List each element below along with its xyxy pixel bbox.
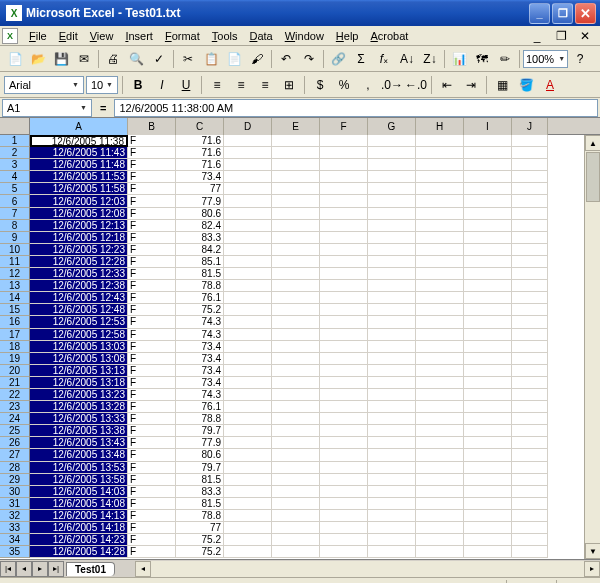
cell[interactable] <box>368 208 416 220</box>
cell[interactable] <box>272 510 320 522</box>
tab-prev-button[interactable]: ◂ <box>16 561 32 577</box>
row-header[interactable]: 14 <box>0 292 30 304</box>
cell[interactable] <box>416 159 464 171</box>
cell[interactable] <box>320 316 368 328</box>
cell[interactable] <box>368 183 416 195</box>
cell[interactable]: F <box>128 425 176 437</box>
cell[interactable] <box>224 292 272 304</box>
cell[interactable] <box>512 208 548 220</box>
merge-button[interactable]: ⊞ <box>278 74 300 96</box>
cell[interactable] <box>512 159 548 171</box>
cell[interactable] <box>320 425 368 437</box>
row-header[interactable]: 16 <box>0 316 30 328</box>
cell[interactable] <box>224 183 272 195</box>
cell[interactable] <box>416 135 464 147</box>
zoom-combo[interactable]: 100%▼ <box>523 50 568 68</box>
cell[interactable]: 81.5 <box>176 268 224 280</box>
cell[interactable] <box>368 232 416 244</box>
cell[interactable] <box>464 244 512 256</box>
cell[interactable]: F <box>128 171 176 183</box>
row-header[interactable]: 15 <box>0 304 30 316</box>
cell[interactable]: 75.2 <box>176 546 224 558</box>
cell[interactable] <box>224 329 272 341</box>
cell[interactable] <box>416 292 464 304</box>
cell[interactable] <box>224 268 272 280</box>
cell[interactable]: 12/6/2005 13:18 <box>30 377 128 389</box>
cell[interactable]: 75.2 <box>176 534 224 546</box>
cell[interactable] <box>464 220 512 232</box>
cell[interactable]: F <box>128 280 176 292</box>
map-button[interactable]: 🗺 <box>471 48 493 70</box>
cell[interactable] <box>512 268 548 280</box>
cell[interactable] <box>368 474 416 486</box>
cell[interactable] <box>320 522 368 534</box>
cell[interactable]: 12/6/2005 12:38 <box>30 280 128 292</box>
save-button[interactable]: 💾 <box>50 48 72 70</box>
cell[interactable] <box>464 437 512 449</box>
cell[interactable]: F <box>128 353 176 365</box>
cell[interactable] <box>512 244 548 256</box>
cell[interactable] <box>272 316 320 328</box>
cell[interactable] <box>224 341 272 353</box>
row-header[interactable]: 21 <box>0 377 30 389</box>
cell[interactable] <box>320 510 368 522</box>
cell[interactable] <box>272 147 320 159</box>
cell[interactable] <box>512 341 548 353</box>
drawing-button[interactable]: ✏ <box>494 48 516 70</box>
cell[interactable] <box>224 365 272 377</box>
row-header[interactable]: 24 <box>0 413 30 425</box>
cell[interactable]: F <box>128 401 176 413</box>
cell[interactable] <box>320 195 368 207</box>
cell[interactable] <box>320 437 368 449</box>
cell[interactable]: F <box>128 474 176 486</box>
cell[interactable] <box>224 389 272 401</box>
cell[interactable] <box>464 486 512 498</box>
cell[interactable] <box>320 268 368 280</box>
cell[interactable] <box>512 510 548 522</box>
cell[interactable] <box>416 171 464 183</box>
cell[interactable] <box>464 304 512 316</box>
select-all-corner[interactable] <box>0 118 30 135</box>
col-header-G[interactable]: G <box>368 118 416 135</box>
cell[interactable] <box>272 474 320 486</box>
maximize-button[interactable]: ❐ <box>552 3 573 24</box>
cell[interactable] <box>464 546 512 558</box>
cell[interactable]: 73.4 <box>176 171 224 183</box>
cell[interactable]: 12/6/2005 14:03 <box>30 486 128 498</box>
cell[interactable] <box>416 437 464 449</box>
cell[interactable] <box>512 183 548 195</box>
cell[interactable] <box>368 413 416 425</box>
cell[interactable] <box>320 377 368 389</box>
hyperlink-button[interactable]: 🔗 <box>327 48 349 70</box>
cell[interactable] <box>416 365 464 377</box>
titlebar[interactable]: X Microsoft Excel - Test01.txt _ ❐ ✕ <box>0 0 600 26</box>
cell[interactable] <box>512 280 548 292</box>
row-header[interactable]: 18 <box>0 341 30 353</box>
cell[interactable] <box>224 449 272 461</box>
cell[interactable] <box>464 316 512 328</box>
cell[interactable]: F <box>128 147 176 159</box>
cell[interactable] <box>272 546 320 558</box>
cell[interactable]: F <box>128 159 176 171</box>
font-color-button[interactable]: A <box>539 74 561 96</box>
cell[interactable] <box>416 341 464 353</box>
cell[interactable] <box>512 220 548 232</box>
cell[interactable] <box>512 546 548 558</box>
cell[interactable] <box>464 498 512 510</box>
scroll-down-button[interactable]: ▼ <box>585 543 600 559</box>
cell[interactable]: F <box>128 510 176 522</box>
cell[interactable] <box>416 208 464 220</box>
cell[interactable] <box>512 474 548 486</box>
cell[interactable]: 12/6/2005 12:53 <box>30 316 128 328</box>
cell[interactable] <box>464 510 512 522</box>
cell[interactable] <box>320 135 368 147</box>
col-header-D[interactable]: D <box>224 118 272 135</box>
cell[interactable] <box>320 280 368 292</box>
percent-button[interactable]: % <box>333 74 355 96</box>
cell[interactable] <box>368 449 416 461</box>
cell[interactable] <box>416 510 464 522</box>
cell[interactable] <box>320 365 368 377</box>
cell[interactable]: 12/6/2005 13:48 <box>30 449 128 461</box>
row-header[interactable]: 29 <box>0 474 30 486</box>
row-header[interactable]: 4 <box>0 171 30 183</box>
